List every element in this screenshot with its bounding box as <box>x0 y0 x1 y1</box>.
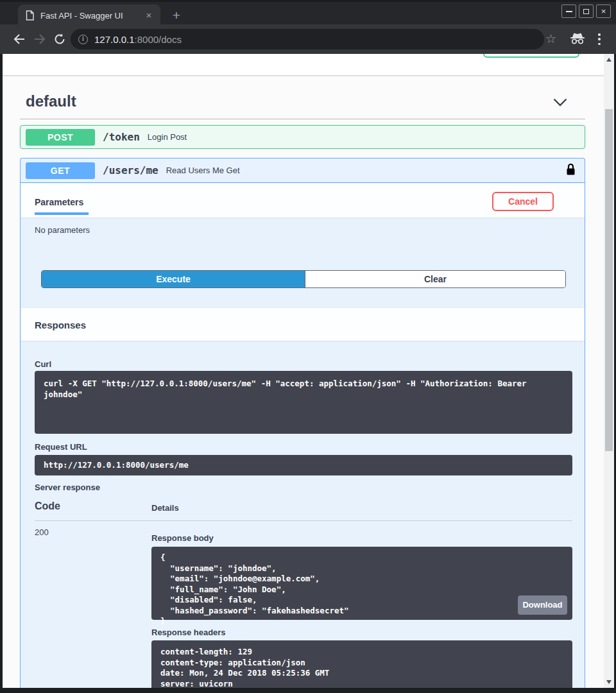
window-controls: × <box>561 4 611 18</box>
operation-tab-header: Parameters Cancel <box>21 184 585 218</box>
tab-parameters[interactable]: Parameters <box>35 197 83 207</box>
request-url-label: Request URL <box>35 442 87 452</box>
page-favicon-icon <box>26 10 34 21</box>
authorize-button-partial[interactable] <box>483 54 579 58</box>
scrollbar-up-arrow-icon[interactable] <box>606 58 612 62</box>
bookmark-star-icon[interactable]: ☆ <box>545 31 556 46</box>
curl-label: Curl <box>35 359 51 369</box>
execute-button[interactable]: Execute <box>42 271 305 287</box>
url-host: 127.0.0.1 <box>94 34 135 45</box>
active-tab-underline <box>35 212 89 215</box>
get-path: /users/me <box>103 164 158 176</box>
details-column-header: Details <box>151 503 179 513</box>
post-method-badge: POST <box>26 129 95 146</box>
post-path: /token <box>103 131 140 143</box>
browser-menu-icon[interactable] <box>596 33 603 46</box>
get-method-badge: GET <box>26 162 95 179</box>
get-summary-text: Read Users Me Get <box>166 166 566 175</box>
request-url-value: http://127.0.0.1:8000/users/me <box>35 455 572 475</box>
site-info-icon[interactable]: i <box>78 35 88 44</box>
curl-command[interactable]: curl -X GET "http://127.0.0.1:8000/users… <box>35 371 572 434</box>
get-users-me-summary[interactable]: GET /users/me Read Users Me Get <box>21 158 585 183</box>
forward-icon <box>31 31 48 47</box>
response-headers-label: Response headers <box>151 628 226 637</box>
cancel-button[interactable]: Cancel <box>492 192 554 211</box>
section-divider <box>20 119 585 119</box>
tab-title: Fast API - Swagger UI <box>40 11 142 21</box>
no-parameters-text: No parameters <box>35 225 90 235</box>
section-title: default <box>26 92 76 110</box>
page-viewport: default POST /token Login Post GET /user… <box>3 54 614 688</box>
execute-row: Execute Clear <box>41 270 566 288</box>
minimize-button[interactable] <box>561 4 576 18</box>
post-token-summary[interactable]: POST /token Login Post <box>21 126 585 148</box>
responses-header: Responses <box>21 307 585 341</box>
server-response-label: Server response <box>35 483 100 492</box>
page-scrollbar[interactable] <box>604 54 614 688</box>
scrollbar-thumb[interactable] <box>605 109 613 451</box>
close-button[interactable]: × <box>596 4 611 18</box>
responses-title: Responses <box>35 320 86 330</box>
opblock-get-users-me: GET /users/me Read Users Me Get Paramete… <box>20 158 585 688</box>
url-text[interactable]: 127.0.0.1:8000/docs <box>94 34 182 45</box>
code-column-header: Code <box>35 501 60 512</box>
reload-icon[interactable] <box>51 31 68 47</box>
back-icon[interactable] <box>11 31 28 47</box>
new-tab-button[interactable]: + <box>168 7 185 24</box>
incognito-icon <box>570 33 585 47</box>
clear-button[interactable]: Clear <box>305 271 565 287</box>
response-table-divider <box>35 520 572 521</box>
opblock-post-token[interactable]: POST /token Login Post <box>20 125 585 149</box>
browser-tab[interactable]: Fast API - Swagger UI × <box>18 4 160 26</box>
download-button[interactable]: Download <box>518 595 567 615</box>
response-body-label: Response body <box>151 533 214 543</box>
auth-lock-icon[interactable] <box>566 163 576 178</box>
scrollbar-down-arrow-icon[interactable] <box>606 680 612 684</box>
browser-tabstrip: Fast API - Swagger UI × + × <box>0 0 616 24</box>
post-summary-text: Login Post <box>148 132 576 142</box>
address-bar[interactable]: i 127.0.0.1:8000/docs <box>71 29 544 49</box>
response-body[interactable]: { "username": "johndoe", "email": "johnd… <box>151 547 572 620</box>
status-code: 200 <box>35 527 49 537</box>
section-collapse-chevron-icon[interactable] <box>553 98 567 109</box>
tab-close-icon[interactable]: × <box>142 9 155 22</box>
maximize-button[interactable] <box>579 4 594 18</box>
url-path: :8000/docs <box>135 34 182 45</box>
response-headers: content-length: 129 content-type: applic… <box>151 640 572 688</box>
